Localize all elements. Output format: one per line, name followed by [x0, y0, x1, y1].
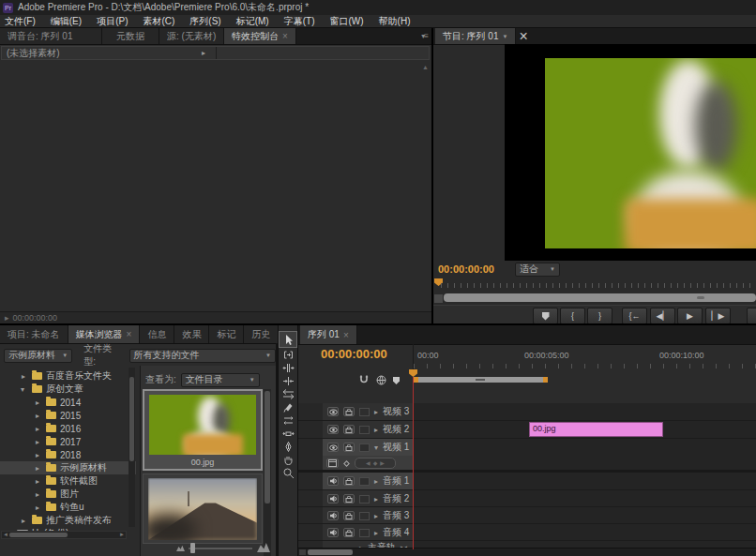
track-name[interactable]: 视频 2	[383, 423, 409, 436]
menu-marker[interactable]: 标记(M)	[236, 15, 269, 28]
timeline-horizontal-scrollbar[interactable]	[298, 548, 756, 556]
chevron-right-icon[interactable]: ▸	[36, 412, 39, 420]
rate-stretch-tool[interactable]	[280, 388, 296, 400]
step-forward-button[interactable]: ▏▶	[705, 308, 731, 324]
track-lane[interactable]	[413, 507, 756, 524]
tab-history[interactable]: 历史	[244, 325, 279, 343]
tree-item[interactable]: ▾ 原创文章	[0, 383, 136, 396]
tree-item[interactable]: ▸ 钓鱼u	[0, 501, 136, 514]
scrollbar-endbox[interactable]	[299, 549, 306, 555]
track-name[interactable]: 视频 3	[383, 405, 409, 418]
set-in-button[interactable]: {	[560, 308, 585, 324]
tab-info[interactable]: 信息	[140, 325, 174, 343]
work-area-end-handle[interactable]	[543, 377, 548, 383]
tab-sequence-01[interactable]: 序列 01 ×	[300, 325, 357, 344]
folder-dropdown[interactable]: 示例原材料 ▼	[4, 349, 72, 363]
panel-menu-icon[interactable]: ▾≡	[421, 32, 431, 40]
sync-lock-box[interactable]	[359, 426, 370, 434]
tree-item[interactable]: ▸ 2015	[0, 409, 136, 422]
timeline-timecode[interactable]: 00:00:00:00	[321, 347, 387, 361]
tab-media-browser[interactable]: 媒体浏览器×	[68, 325, 141, 343]
sync-lock-box[interactable]	[359, 512, 370, 520]
timeline-playhead-head[interactable]	[409, 369, 417, 377]
chevron-right-icon[interactable]: ▸	[36, 503, 39, 512]
tab-metadata[interactable]: 元数据	[102, 28, 159, 44]
view-as-dropdown[interactable]: 文件目录 ▼	[181, 373, 260, 387]
scrollbar-thumb[interactable]	[265, 391, 270, 503]
hand-tool[interactable]	[280, 454, 296, 466]
track-lane[interactable]	[413, 473, 756, 489]
chevron-down-icon[interactable]: ▾	[374, 443, 378, 452]
tab-markers[interactable]: 标记	[209, 325, 244, 343]
timeline-ruler[interactable]: 00:00 00:00:05:00 00:00:10:00	[413, 344, 756, 370]
menu-project[interactable]: 项目(P)	[97, 15, 128, 28]
toggle-track-mute[interactable]	[327, 511, 339, 520]
scroll-left-icon[interactable]: ◄	[3, 532, 8, 537]
menu-window[interactable]: 窗口(W)	[329, 15, 363, 28]
toggle-track-mute[interactable]	[327, 494, 339, 503]
thumbnail-00jpg[interactable]: 00.jpg	[143, 389, 263, 471]
tree-horizontal-scrollbar[interactable]: ◄ ►	[1, 531, 127, 539]
keyframe-nav-buttons[interactable]: ◀◆▶	[355, 458, 396, 469]
scrollbar-thumb[interactable]	[9, 533, 68, 537]
fit-dropdown[interactable]: 适合 ▼	[515, 263, 560, 277]
prev-keyframe-icon[interactable]: ◀	[366, 459, 370, 466]
thumbnail-pier[interactable]	[143, 473, 263, 544]
close-icon[interactable]: ×	[519, 28, 527, 45]
chevron-right-icon[interactable]: ▸	[36, 464, 39, 473]
track-name[interactable]: 音频 4	[383, 526, 409, 539]
browser-vertical-scrollbar[interactable]: ▼	[264, 389, 271, 556]
clip-selector-bar[interactable]: (未选择素材) ▸	[1, 46, 430, 60]
chevron-right-icon[interactable]: ▸	[374, 477, 378, 486]
set-display-style-icon[interactable]	[326, 458, 339, 468]
tree-item[interactable]: ▸ 2016	[0, 422, 136, 435]
program-mini-ruler[interactable]	[433, 278, 756, 293]
chevron-right-icon[interactable]: ▸	[374, 512, 378, 520]
chevron-right-icon[interactable]: ▸	[36, 438, 39, 446]
toggle-track-lock[interactable]	[343, 494, 355, 503]
toggle-track-lock[interactable]	[343, 476, 355, 486]
rolling-edit-tool[interactable]	[280, 375, 296, 387]
chevron-right-icon[interactable]: ▸	[36, 477, 39, 486]
menu-help[interactable]: 帮助(H)	[379, 15, 411, 28]
chevron-right-icon[interactable]: ▸	[202, 49, 205, 57]
menu-edit[interactable]: 编辑(E)	[51, 15, 82, 28]
track-name[interactable]: 音频 2	[383, 492, 409, 505]
add-keyframe-icon[interactable]: ◆	[373, 459, 378, 466]
marker-icon[interactable]	[393, 377, 400, 384]
chevron-right-icon[interactable]: ▸	[36, 398, 39, 407]
menu-clip[interactable]: 素材(C)	[143, 15, 174, 28]
toggle-track-lock[interactable]	[343, 443, 355, 452]
track-lane[interactable]	[413, 439, 756, 470]
scrollbar-thumb[interactable]	[129, 377, 134, 461]
chevron-right-icon[interactable]: ▸	[374, 529, 378, 537]
menu-title[interactable]: 字幕(T)	[284, 15, 315, 28]
track-name[interactable]: 视频 1	[383, 441, 409, 454]
slide-tool[interactable]	[280, 428, 296, 440]
dropdown-arrow-icon[interactable]: ▼	[502, 34, 507, 39]
sync-lock-box[interactable]	[359, 477, 370, 486]
work-area-bar[interactable]	[414, 377, 548, 383]
show-keyframes-icon[interactable]	[342, 455, 351, 472]
chevron-right-icon[interactable]: ▸	[22, 517, 25, 525]
tree-item[interactable]: ▸ 2017	[0, 435, 136, 448]
toggle-track-output[interactable]	[327, 425, 339, 434]
playhead-line[interactable]	[413, 377, 414, 549]
scroll-up-icon[interactable]: ▲	[422, 64, 429, 70]
track-lane[interactable]	[413, 490, 756, 507]
razor-tool[interactable]	[280, 401, 296, 413]
add-marker-button[interactable]	[533, 308, 558, 324]
sync-lock-box[interactable]	[359, 443, 370, 452]
chevron-right-icon[interactable]: ▸	[36, 451, 39, 459]
goto-in-button[interactable]: {←	[622, 308, 647, 324]
clip-00jpg[interactable]: 00.jpg	[529, 422, 663, 437]
program-timecode[interactable]: 00:00:00:00	[438, 263, 494, 275]
scroll-right-icon[interactable]: ►	[119, 532, 125, 537]
loop-button[interactable]	[747, 308, 756, 324]
captions-icon[interactable]	[376, 372, 386, 389]
track-lane[interactable]	[413, 403, 756, 420]
tab-project[interactable]: 项目: 未命名	[0, 325, 68, 343]
scrollbar-thumb[interactable]	[308, 549, 353, 555]
tab-effect-controls[interactable]: 特效控制台×	[224, 28, 296, 44]
set-out-button[interactable]: }	[587, 308, 612, 324]
